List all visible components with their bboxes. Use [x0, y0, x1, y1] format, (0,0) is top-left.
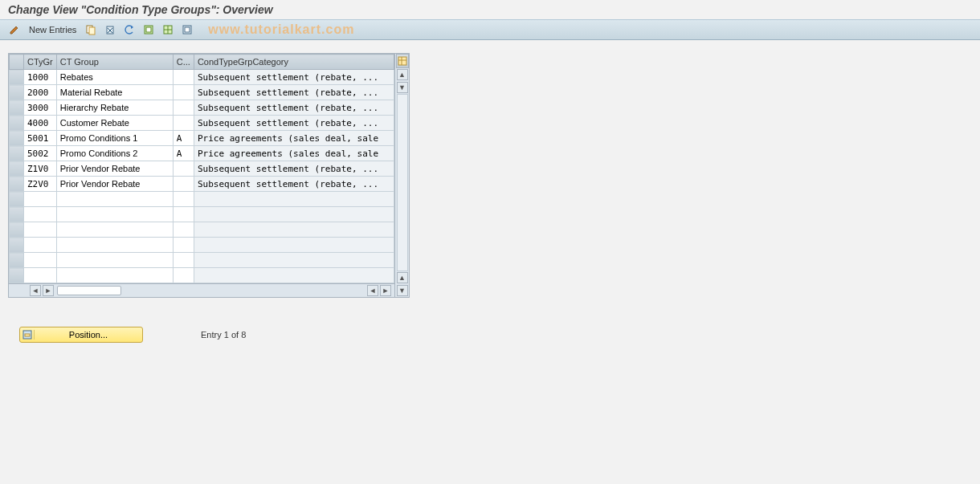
cell-ctygr[interactable]: [24, 238, 57, 253]
cell-ctygr[interactable]: [24, 268, 57, 283]
row-selector[interactable]: [10, 177, 24, 192]
watermark-text: www.tutorialkart.com: [208, 22, 354, 37]
cell-category[interactable]: [194, 253, 394, 268]
cell-c[interactable]: [173, 116, 194, 131]
row-selector[interactable]: [10, 116, 24, 131]
cell-category[interactable]: Subsequent settlement (rebate, ...: [194, 100, 394, 116]
hscroll-right2-icon[interactable]: ►: [380, 285, 391, 296]
cell-category[interactable]: Subsequent settlement (rebate, ...: [194, 70, 394, 85]
cell-category[interactable]: [194, 238, 394, 253]
row-selector[interactable]: [10, 100, 24, 116]
row-selector[interactable]: [10, 146, 24, 161]
row-selector[interactable]: [10, 207, 24, 222]
corner-selector[interactable]: [10, 55, 24, 70]
cell-category[interactable]: [194, 192, 394, 207]
cell-ctgroup[interactable]: Hierarchy Rebate: [56, 100, 173, 116]
vscroll-up2-icon[interactable]: ▲: [397, 272, 408, 283]
cell-category[interactable]: [194, 222, 394, 238]
cell-category[interactable]: Subsequent settlement (rebate, ...: [194, 177, 394, 192]
cell-c[interactable]: [173, 177, 194, 192]
hscroll-right-icon[interactable]: ►: [43, 285, 54, 296]
cell-category[interactable]: Subsequent settlement (rebate, ...: [194, 161, 394, 177]
cell-c[interactable]: A: [173, 146, 194, 161]
cell-category[interactable]: Subsequent settlement (rebate, ...: [194, 116, 394, 131]
row-selector[interactable]: [10, 131, 24, 146]
cell-c[interactable]: [173, 192, 194, 207]
cell-c[interactable]: [173, 238, 194, 253]
new-entries-button[interactable]: New Entries: [26, 25, 80, 35]
col-header-category[interactable]: CondTypeGrpCategory: [194, 55, 394, 70]
cell-ctgroup[interactable]: [56, 207, 173, 222]
vscroll-up-icon[interactable]: ▲: [397, 69, 408, 80]
table-row: 4000Customer RebateSubsequent settlement…: [10, 116, 394, 131]
row-selector[interactable]: [10, 268, 24, 283]
cell-category[interactable]: Price agreements (sales deal, sale: [194, 146, 394, 161]
cell-ctygr[interactable]: 4000: [24, 116, 57, 131]
col-header-ctgroup[interactable]: CT Group: [56, 55, 173, 70]
hscroll-thumb[interactable]: [57, 286, 121, 295]
vscroll-track[interactable]: [397, 94, 408, 271]
cell-category[interactable]: Subsequent settlement (rebate, ...: [194, 85, 394, 100]
deselect-all-icon[interactable]: [179, 22, 195, 38]
position-button[interactable]: Position...: [19, 327, 143, 343]
row-selector[interactable]: [10, 238, 24, 253]
cell-c[interactable]: [173, 161, 194, 177]
col-header-c[interactable]: C...: [173, 55, 194, 70]
delete-icon[interactable]: [102, 22, 118, 38]
cell-ctgroup[interactable]: [56, 238, 173, 253]
table-row: 2000Material RebateSubsequent settlement…: [10, 85, 394, 100]
cell-ctgroup[interactable]: [56, 192, 173, 207]
cell-ctgroup[interactable]: [56, 253, 173, 268]
col-header-ctygr[interactable]: CTyGr: [24, 55, 57, 70]
cell-ctgroup[interactable]: [56, 268, 173, 283]
cell-ctygr[interactable]: [24, 207, 57, 222]
cell-c[interactable]: [173, 253, 194, 268]
cell-ctgroup[interactable]: Prior Vendor Rebate: [56, 161, 173, 177]
cell-c[interactable]: [173, 207, 194, 222]
row-selector[interactable]: [10, 222, 24, 238]
change-mode-icon[interactable]: [6, 22, 22, 38]
cell-ctygr[interactable]: [24, 192, 57, 207]
cell-ctgroup[interactable]: Promo Conditions 2: [56, 146, 173, 161]
cell-category[interactable]: [194, 207, 394, 222]
cell-c[interactable]: A: [173, 131, 194, 146]
table-settings-icon[interactable]: [396, 54, 409, 68]
cell-c[interactable]: [173, 70, 194, 85]
cell-c[interactable]: [173, 268, 194, 283]
cell-ctgroup[interactable]: Rebates: [56, 70, 173, 85]
cell-ctygr[interactable]: [24, 222, 57, 238]
cell-c[interactable]: [173, 100, 194, 116]
hscroll-left2-icon[interactable]: ◄: [367, 285, 378, 296]
cell-ctygr[interactable]: 5001: [24, 131, 57, 146]
select-block-icon[interactable]: [160, 22, 176, 38]
cell-ctgroup[interactable]: Customer Rebate: [56, 116, 173, 131]
row-selector[interactable]: [10, 253, 24, 268]
cell-ctgroup[interactable]: Prior Vendor Rebate: [56, 177, 173, 192]
svg-rect-6: [146, 27, 151, 32]
cell-ctgroup[interactable]: Material Rebate: [56, 85, 173, 100]
vscroll-down-icon[interactable]: ▼: [397, 82, 408, 93]
vscroll-down2-icon[interactable]: ▼: [397, 285, 408, 296]
cell-ctgroup[interactable]: Promo Conditions 1: [56, 131, 173, 146]
cell-ctgroup[interactable]: [56, 222, 173, 238]
copy-icon[interactable]: [83, 22, 99, 38]
select-all-icon[interactable]: [141, 22, 157, 38]
cell-c[interactable]: [173, 222, 194, 238]
cell-category[interactable]: [194, 268, 394, 283]
svg-rect-16: [25, 334, 30, 336]
undo-icon[interactable]: [121, 22, 137, 38]
cell-ctygr[interactable]: [24, 253, 57, 268]
cell-ctygr[interactable]: 3000: [24, 100, 57, 116]
cell-category[interactable]: Price agreements (sales deal, sale: [194, 131, 394, 146]
row-selector[interactable]: [10, 70, 24, 85]
cell-ctygr[interactable]: 5002: [24, 146, 57, 161]
row-selector[interactable]: [10, 85, 24, 100]
cell-ctygr[interactable]: 1000: [24, 70, 57, 85]
cell-ctygr[interactable]: Z2V0: [24, 177, 57, 192]
hscroll-left-icon[interactable]: ◄: [30, 285, 41, 296]
cell-c[interactable]: [173, 85, 194, 100]
cell-ctygr[interactable]: 2000: [24, 85, 57, 100]
row-selector[interactable]: [10, 192, 24, 207]
row-selector[interactable]: [10, 161, 24, 177]
cell-ctygr[interactable]: Z1V0: [24, 161, 57, 177]
